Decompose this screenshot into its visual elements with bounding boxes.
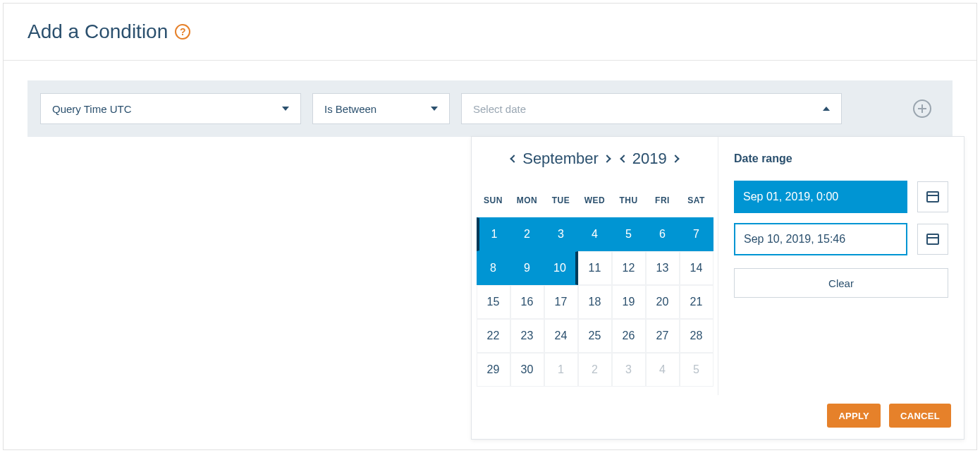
date-dropdown-placeholder: Select date <box>473 103 526 115</box>
operator-dropdown-label: Is Between <box>324 103 376 115</box>
range-to-input[interactable]: Sep 10, 2019, 15:46 <box>734 223 907 255</box>
calendar-day[interactable]: 4 <box>578 217 612 251</box>
range-from-input[interactable]: Sep 01, 2019, 0:00 <box>734 181 907 213</box>
calendar-dow: THU <box>612 183 646 217</box>
range-from-value: Sep 01, 2019, 0:00 <box>743 191 838 203</box>
date-dropdown[interactable]: Select date <box>461 93 842 124</box>
prev-year-button[interactable] <box>620 155 627 162</box>
calendar-year-label: 2019 <box>632 150 667 168</box>
date-range-pane: Date range Sep 01, 2019, 0:00 Sep 10, 20… <box>718 137 964 395</box>
cancel-button[interactable]: CANCEL <box>889 404 951 428</box>
operator-dropdown[interactable]: Is Between <box>312 93 450 124</box>
calendar-day[interactable]: 1 <box>477 217 510 251</box>
calendar-day[interactable]: 27 <box>646 319 680 353</box>
calendar-day[interactable]: 7 <box>680 217 713 251</box>
calendar-day[interactable]: 13 <box>646 251 680 285</box>
date-range-title: Date range <box>734 152 948 165</box>
field-dropdown[interactable]: Query Time UTC <box>40 93 301 124</box>
page-title-text: Add a Condition <box>27 20 168 43</box>
calendar-month-label: September <box>522 150 599 168</box>
calendar-day[interactable]: 12 <box>612 251 646 285</box>
calendar-day[interactable]: 22 <box>477 319 510 353</box>
next-month-button[interactable] <box>603 155 611 162</box>
calendar-header: September 2019 <box>472 150 718 168</box>
caret-down-icon <box>282 107 289 111</box>
calendar-day[interactable]: 25 <box>578 319 612 353</box>
calendar-day[interactable]: 20 <box>646 285 680 319</box>
clear-button[interactable]: Clear <box>734 268 948 298</box>
calendar-day[interactable]: 11 <box>578 251 612 285</box>
range-to-value: Sep 10, 2019, 15:46 <box>744 233 845 246</box>
calendar-day: 2 <box>578 353 612 387</box>
prev-month-button[interactable] <box>510 155 518 162</box>
calendar-day[interactable]: 5 <box>612 217 646 251</box>
calendar-day[interactable]: 14 <box>680 251 713 285</box>
calendar-day: 5 <box>680 353 713 387</box>
calendar-day[interactable]: 30 <box>510 353 544 387</box>
help-icon[interactable]: ? <box>175 24 190 40</box>
calendar-dow: SUN <box>477 183 510 217</box>
header-divider <box>4 60 976 61</box>
calendar-day[interactable]: 24 <box>544 319 578 353</box>
calendar-day: 3 <box>612 353 646 387</box>
condition-row: Query Time UTC Is Between Select date <box>27 80 953 137</box>
field-dropdown-label: Query Time UTC <box>52 103 132 115</box>
add-condition-button[interactable] <box>905 93 940 124</box>
calendar-day[interactable]: 28 <box>680 319 713 353</box>
calendar-dow: TUE <box>544 183 578 217</box>
calendar-grid: SUNMONTUEWEDTHUFRISAT1234567891011121314… <box>472 183 718 387</box>
calendar-day[interactable]: 10 <box>544 251 578 285</box>
calendar-icon <box>926 234 939 245</box>
calendar-day[interactable]: 16 <box>510 285 544 319</box>
calendar-day: 1 <box>544 353 578 387</box>
calendar-day[interactable]: 21 <box>680 285 713 319</box>
calendar-dow: WED <box>578 183 612 217</box>
calendar-day[interactable]: 15 <box>477 285 510 319</box>
calendar-icon <box>926 191 939 203</box>
caret-down-icon <box>431 107 438 111</box>
range-from-calendar-button[interactable] <box>917 181 948 212</box>
apply-button[interactable]: APPLY <box>827 404 881 428</box>
calendar-day: 4 <box>646 353 680 387</box>
plus-icon <box>913 99 931 118</box>
calendar-dow: FRI <box>646 183 680 217</box>
calendar-day[interactable]: 6 <box>646 217 680 251</box>
calendar-day[interactable]: 3 <box>544 217 578 251</box>
calendar-day[interactable]: 9 <box>510 251 544 285</box>
picker-footer: APPLY CANCEL <box>472 395 964 439</box>
calendar-day[interactable]: 8 <box>477 251 510 285</box>
caret-up-icon <box>823 107 830 111</box>
calendar-day[interactable]: 19 <box>612 285 646 319</box>
next-year-button[interactable] <box>671 155 679 162</box>
range-to-calendar-button[interactable] <box>917 224 948 255</box>
calendar-day[interactable]: 26 <box>612 319 646 353</box>
calendar-day[interactable]: 18 <box>578 285 612 319</box>
calendar-day[interactable]: 17 <box>544 285 578 319</box>
calendar: September 2019 SUNMONTUEWEDTHUFRISAT1234… <box>472 137 718 395</box>
calendar-dow: MON <box>510 183 544 217</box>
calendar-day[interactable]: 23 <box>510 319 544 353</box>
calendar-dow: SAT <box>680 183 713 217</box>
page-title: Add a Condition ? <box>27 20 190 43</box>
date-picker-popover: September 2019 SUNMONTUEWEDTHUFRISAT1234… <box>471 136 964 440</box>
calendar-day[interactable]: 2 <box>510 217 544 251</box>
calendar-day[interactable]: 29 <box>477 353 510 387</box>
